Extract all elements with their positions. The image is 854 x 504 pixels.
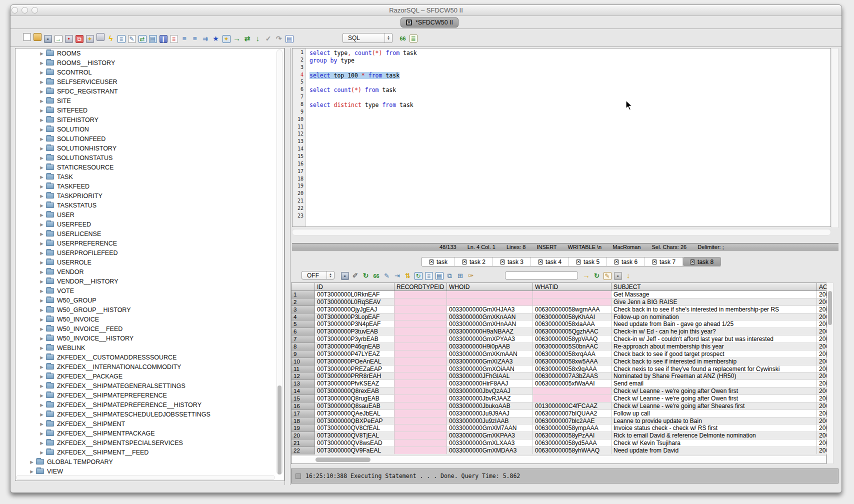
table-cell[interactable]: 00T3000000L0RqSEAV (315, 298, 394, 306)
table-cell[interactable] (394, 372, 447, 380)
sidebar-item-zkfedex-shipmatepreference-history[interactable]: ▶ZKFEDEX__SHIPMATEPREFERENCE__HISTORY (16, 400, 284, 410)
sidebar-item-userfeed[interactable]: ▶USERFEED (16, 220, 284, 229)
table-cell[interactable]: 00T3000000QAeJbEAL (315, 410, 394, 418)
expand-triangle-icon[interactable]: ▶ (38, 146, 45, 151)
table-cell[interactable]: 200 (817, 298, 827, 306)
table-cell[interactable] (394, 336, 447, 343)
table-cell[interactable]: 200 (817, 306, 827, 314)
table-cell[interactable]: Leanne to provide update to Bain (612, 418, 817, 425)
align-edit-icon[interactable]: ⇉ (202, 34, 210, 42)
table-cell[interactable]: 0033000000GmXKPAA3 (447, 432, 533, 440)
expand-triangle-icon[interactable]: ▶ (38, 317, 45, 322)
expand-triangle-icon[interactable]: ▶ (38, 232, 45, 236)
table-cell[interactable] (394, 447, 447, 454)
sidebar-item-sitefeed[interactable]: ▶SITEFEED (16, 106, 284, 115)
redo-icon[interactable]: ↷ (275, 34, 283, 42)
editor-line[interactable] (306, 176, 830, 184)
expand-triangle-icon[interactable]: ▶ (38, 98, 45, 104)
editor-line[interactable] (306, 138, 830, 146)
go-down-icon[interactable]: ↓ (254, 34, 262, 42)
table-cell[interactable] (533, 388, 612, 395)
align-export-icon[interactable]: ≡ (180, 34, 188, 42)
table-cell[interactable] (394, 395, 447, 402)
page-blue-icon[interactable]: ▤ (149, 35, 157, 43)
sidebar-item-site[interactable]: ▶SITE (16, 96, 284, 106)
sidebar-item-zkfedex-shipment[interactable]: ▶ZKFEDEX__SHIPMENT (16, 419, 284, 428)
result-tab-task-8[interactable]: ✕task 8 (683, 258, 720, 266)
editor-line[interactable] (306, 190, 830, 198)
sidebar-item-rooms[interactable]: ▶ROOMS (16, 48, 284, 58)
editor-line[interactable]: group by type (306, 57, 830, 64)
table-cell[interactable]: 0033000000JbvRJAAZ (447, 395, 533, 402)
sidebar-item-zkfedex-package[interactable]: ▶ZKFEDEX__PACKAGE (16, 372, 284, 381)
sidebar-item-task[interactable]: ▶TASK (16, 172, 284, 182)
table-cell[interactable]: Follow up call (612, 410, 817, 418)
database-add-icon[interactable]: ✦ (86, 35, 94, 43)
table-row[interactable]: 1800T3000000QBXPeEAP0033000000Ju9zIAAB00… (292, 418, 826, 425)
column-header-id[interactable]: ID (315, 283, 394, 290)
sidebar-item-taskstatus[interactable]: ▶TASKSTATUS (16, 200, 284, 210)
table-cell[interactable]: 200 (817, 418, 827, 425)
sidebar-item-userrole[interactable]: ▶USERROLE (16, 258, 284, 267)
table-cell[interactable]: Send email (612, 380, 817, 388)
expand-triangle-icon[interactable]: ▶ (38, 346, 45, 350)
table-star-icon[interactable]: ✦ (222, 35, 230, 43)
save-icon[interactable]: ▪ (44, 35, 52, 43)
close-tab-icon[interactable]: ✕ (576, 260, 581, 264)
expand-triangle-icon[interactable]: ▶ (28, 460, 35, 464)
save-grid-icon[interactable]: ▪ (614, 272, 622, 280)
table-cell[interactable]: Check-in w/ Ed - can he join this year? (612, 328, 817, 336)
table-cell[interactable]: 200 (817, 424, 827, 432)
grid-horizontal-scrollbar[interactable] (292, 456, 826, 464)
table-row[interactable]: 200T3000000L0RqSEAVGive Jenn a BIG RAISE… (292, 298, 826, 306)
table-cell[interactable]: 00T3000000QV8wsEAD (315, 440, 394, 447)
tree-vertical-scrollbar[interactable] (276, 50, 282, 474)
insert-row-icon[interactable]: ⇥ (394, 272, 402, 280)
table-cell[interactable]: 006300000058yhWAAQ (533, 447, 612, 454)
table-row[interactable]: 100T3000000L0RknEAFGet Massage200 (292, 291, 826, 298)
download-icon[interactable]: ↓ (624, 271, 632, 279)
sidebar-item-w50-group[interactable]: ▶W50_GROUP (16, 296, 284, 305)
pages-sync-icon[interactable]: ⇄ (138, 35, 146, 43)
close-tab-icon[interactable]: ✕ (462, 260, 467, 264)
editor-line[interactable] (306, 168, 830, 176)
expand-triangle-icon[interactable]: ▶ (38, 194, 45, 198)
table-cell[interactable] (394, 388, 447, 395)
column-header-rownum[interactable] (292, 283, 315, 290)
table-row[interactable]: 2100T3000000QV8wsEAD0033000000GmXLXAA300… (292, 440, 826, 447)
table-cell[interactable] (394, 402, 447, 410)
expand-triangle-icon[interactable]: ▶ (38, 241, 45, 246)
expand-triangle-icon[interactable]: ▶ (38, 212, 45, 218)
table-cell[interactable]: 200 (817, 358, 827, 366)
table-row[interactable]: 1500T3000000Q8rugEAB0033000000JbvRJAAZCh… (292, 395, 826, 402)
expand-triangle-icon[interactable]: ▶ (38, 422, 45, 426)
form-view-icon[interactable]: ▤ (436, 272, 444, 280)
table-cell[interactable]: 200 (817, 291, 827, 298)
table-cell[interactable]: Check back in to see if she's interested… (612, 306, 817, 314)
expand-triangle-icon[interactable]: ▶ (28, 469, 35, 474)
table-cell[interactable]: 0033000000GmXLXAA3 (447, 440, 533, 447)
table-cell[interactable] (394, 440, 447, 447)
close-tab-icon[interactable]: ✕ (429, 260, 434, 264)
refresh-icon[interactable]: ↻ (362, 272, 370, 280)
editor-line[interactable] (306, 154, 830, 161)
table-cell[interactable]: 0033000000GmXKnAAN (447, 314, 533, 321)
sidebar-item-solutionhistory[interactable]: ▶SOLUTIONHISTORY (16, 144, 284, 153)
table-cell[interactable]: 00T3000000Q8rugEAB (315, 395, 394, 402)
table-cell[interactable]: 200 (817, 388, 827, 395)
sidebar-item-selfserviceuser[interactable]: ▶SELFSERVICEUSER (16, 77, 284, 86)
table-row[interactable]: 300T3000000OjyJgEAJ0033000000GmXHJAA3006… (292, 306, 826, 314)
statement-type-select[interactable]: SQL ▲▼ (342, 33, 392, 43)
table-row[interactable]: 800T3000000P46qnEAB0033000000H9i0pAAB006… (292, 343, 826, 350)
editor-line[interactable]: select type, count(*) from task (306, 50, 830, 57)
sidebar-item-vote[interactable]: ▶VOTE (16, 286, 284, 296)
expand-triangle-icon[interactable]: ▶ (38, 80, 45, 84)
favorite-star-icon[interactable]: ★ (212, 34, 220, 42)
sidebar-item-w50-invoice-history[interactable]: ▶W50_INVOICE__HISTORY (16, 334, 284, 343)
table-row[interactable]: 1100T3000000PREZaEAP0033000000GmXOiAAN00… (292, 366, 826, 373)
table-cell[interactable]: 200 (817, 410, 827, 418)
result-tab-task-2[interactable]: ✕task 2 (455, 258, 493, 266)
editor-line[interactable] (306, 198, 830, 206)
close-tab-icon[interactable]: ✕ (538, 260, 543, 264)
table-cell[interactable]: 006300000058ympAAA (533, 424, 612, 432)
